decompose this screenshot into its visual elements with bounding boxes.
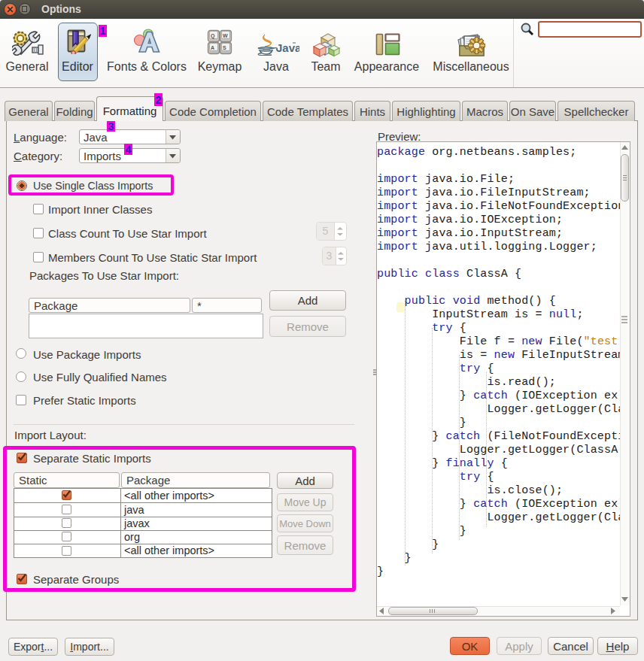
svg-text:W: W	[223, 33, 228, 38]
svg-text:S: S	[223, 45, 226, 50]
svg-text:Q: Q	[211, 33, 215, 39]
svg-text:A: A	[211, 45, 214, 50]
svg-text:Java: Java	[276, 41, 299, 54]
